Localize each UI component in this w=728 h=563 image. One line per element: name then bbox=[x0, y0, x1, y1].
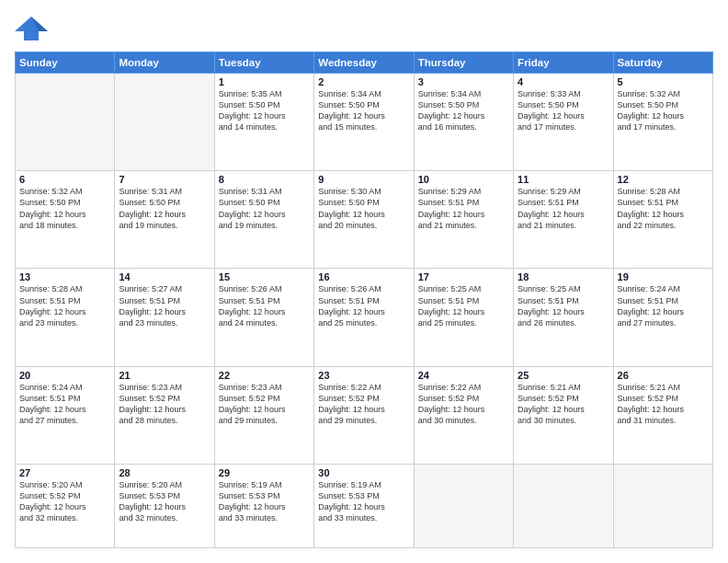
calendar-day-header: Sunday bbox=[16, 52, 115, 74]
day-info: Sunrise: 5:28 AM Sunset: 5:51 PM Dayligh… bbox=[19, 283, 110, 328]
calendar-cell: 29Sunrise: 5:19 AM Sunset: 5:53 PM Dayli… bbox=[214, 464, 313, 547]
calendar-day-header: Monday bbox=[115, 52, 214, 74]
day-info: Sunrise: 5:22 AM Sunset: 5:52 PM Dayligh… bbox=[418, 382, 509, 427]
header bbox=[15, 15, 713, 42]
calendar-cell bbox=[514, 464, 613, 547]
day-number: 30 bbox=[318, 467, 409, 478]
day-number: 23 bbox=[318, 370, 409, 381]
day-number: 4 bbox=[518, 76, 609, 87]
day-info: Sunrise: 5:21 AM Sunset: 5:52 PM Dayligh… bbox=[618, 382, 709, 427]
week-row: 13Sunrise: 5:28 AM Sunset: 5:51 PM Dayli… bbox=[16, 269, 713, 366]
calendar-cell bbox=[115, 74, 214, 171]
day-info: Sunrise: 5:27 AM Sunset: 5:51 PM Dayligh… bbox=[119, 283, 210, 328]
day-number: 13 bbox=[19, 271, 110, 282]
calendar-day-header: Friday bbox=[514, 52, 613, 74]
day-info: Sunrise: 5:23 AM Sunset: 5:52 PM Dayligh… bbox=[119, 382, 210, 427]
day-number: 11 bbox=[518, 174, 609, 185]
calendar-cell: 25Sunrise: 5:21 AM Sunset: 5:52 PM Dayli… bbox=[514, 366, 613, 464]
day-info: Sunrise: 5:34 AM Sunset: 5:50 PM Dayligh… bbox=[318, 88, 409, 133]
day-number: 29 bbox=[219, 467, 310, 478]
day-number: 27 bbox=[19, 467, 110, 478]
calendar-header-row: SundayMondayTuesdayWednesdayThursdayFrid… bbox=[16, 52, 713, 74]
calendar-cell: 30Sunrise: 5:19 AM Sunset: 5:53 PM Dayli… bbox=[314, 464, 414, 547]
day-number: 28 bbox=[119, 467, 210, 478]
day-number: 25 bbox=[518, 370, 609, 381]
day-number: 26 bbox=[618, 370, 709, 381]
calendar-day-header: Wednesday bbox=[314, 52, 414, 74]
day-number: 7 bbox=[119, 174, 210, 185]
day-info: Sunrise: 5:23 AM Sunset: 5:52 PM Dayligh… bbox=[219, 382, 310, 427]
day-number: 24 bbox=[418, 370, 509, 381]
day-number: 6 bbox=[19, 174, 110, 185]
calendar-cell: 8Sunrise: 5:31 AM Sunset: 5:50 PM Daylig… bbox=[214, 171, 313, 269]
calendar-cell: 12Sunrise: 5:28 AM Sunset: 5:51 PM Dayli… bbox=[613, 171, 712, 269]
calendar-cell: 11Sunrise: 5:29 AM Sunset: 5:51 PM Dayli… bbox=[514, 171, 613, 269]
week-row: 27Sunrise: 5:20 AM Sunset: 5:52 PM Dayli… bbox=[16, 464, 713, 547]
day-number: 8 bbox=[219, 174, 310, 185]
day-info: Sunrise: 5:33 AM Sunset: 5:50 PM Dayligh… bbox=[518, 88, 609, 133]
day-number: 3 bbox=[418, 76, 509, 87]
day-info: Sunrise: 5:19 AM Sunset: 5:53 PM Dayligh… bbox=[219, 479, 310, 524]
day-number: 15 bbox=[219, 271, 310, 282]
calendar-cell: 28Sunrise: 5:20 AM Sunset: 5:53 PM Dayli… bbox=[115, 464, 214, 547]
day-number: 21 bbox=[119, 370, 210, 381]
calendar-table: SundayMondayTuesdayWednesdayThursdayFrid… bbox=[15, 52, 713, 548]
day-info: Sunrise: 5:35 AM Sunset: 5:50 PM Dayligh… bbox=[219, 88, 310, 133]
calendar-cell bbox=[613, 464, 712, 547]
day-info: Sunrise: 5:24 AM Sunset: 5:51 PM Dayligh… bbox=[618, 283, 709, 328]
calendar-cell: 15Sunrise: 5:26 AM Sunset: 5:51 PM Dayli… bbox=[214, 269, 313, 366]
week-row: 6Sunrise: 5:32 AM Sunset: 5:50 PM Daylig… bbox=[16, 171, 713, 269]
day-info: Sunrise: 5:29 AM Sunset: 5:51 PM Dayligh… bbox=[518, 186, 609, 231]
day-number: 17 bbox=[418, 271, 509, 282]
day-number: 1 bbox=[219, 76, 310, 87]
day-number: 10 bbox=[418, 174, 509, 185]
week-row: 1Sunrise: 5:35 AM Sunset: 5:50 PM Daylig… bbox=[16, 74, 713, 171]
calendar-cell: 21Sunrise: 5:23 AM Sunset: 5:52 PM Dayli… bbox=[115, 366, 214, 464]
day-number: 19 bbox=[618, 271, 709, 282]
calendar-day-header: Tuesday bbox=[214, 52, 313, 74]
calendar-cell: 14Sunrise: 5:27 AM Sunset: 5:51 PM Dayli… bbox=[115, 269, 214, 366]
calendar-cell: 7Sunrise: 5:31 AM Sunset: 5:50 PM Daylig… bbox=[115, 171, 214, 269]
calendar-cell: 17Sunrise: 5:25 AM Sunset: 5:51 PM Dayli… bbox=[414, 269, 513, 366]
day-info: Sunrise: 5:24 AM Sunset: 5:51 PM Dayligh… bbox=[19, 382, 110, 427]
day-number: 20 bbox=[19, 370, 110, 381]
day-number: 14 bbox=[119, 271, 210, 282]
day-number: 2 bbox=[318, 76, 409, 87]
day-info: Sunrise: 5:20 AM Sunset: 5:53 PM Dayligh… bbox=[119, 479, 210, 524]
calendar-cell: 9Sunrise: 5:30 AM Sunset: 5:50 PM Daylig… bbox=[314, 171, 414, 269]
logo bbox=[15, 15, 51, 42]
calendar-cell: 16Sunrise: 5:26 AM Sunset: 5:51 PM Dayli… bbox=[314, 269, 414, 366]
day-info: Sunrise: 5:28 AM Sunset: 5:51 PM Dayligh… bbox=[618, 186, 709, 231]
day-info: Sunrise: 5:25 AM Sunset: 5:51 PM Dayligh… bbox=[418, 283, 509, 328]
day-number: 12 bbox=[618, 174, 709, 185]
day-info: Sunrise: 5:22 AM Sunset: 5:52 PM Dayligh… bbox=[318, 382, 409, 427]
day-info: Sunrise: 5:21 AM Sunset: 5:52 PM Dayligh… bbox=[518, 382, 609, 427]
calendar-cell: 10Sunrise: 5:29 AM Sunset: 5:51 PM Dayli… bbox=[414, 171, 513, 269]
day-info: Sunrise: 5:31 AM Sunset: 5:50 PM Dayligh… bbox=[219, 186, 310, 231]
calendar-cell: 13Sunrise: 5:28 AM Sunset: 5:51 PM Dayli… bbox=[16, 269, 115, 366]
calendar-cell: 4Sunrise: 5:33 AM Sunset: 5:50 PM Daylig… bbox=[514, 74, 613, 171]
day-number: 5 bbox=[618, 76, 709, 87]
day-info: Sunrise: 5:26 AM Sunset: 5:51 PM Dayligh… bbox=[219, 283, 310, 328]
day-info: Sunrise: 5:31 AM Sunset: 5:50 PM Dayligh… bbox=[119, 186, 210, 231]
day-info: Sunrise: 5:30 AM Sunset: 5:50 PM Dayligh… bbox=[318, 186, 409, 231]
calendar-cell: 5Sunrise: 5:32 AM Sunset: 5:50 PM Daylig… bbox=[613, 74, 712, 171]
calendar-day-header: Thursday bbox=[414, 52, 513, 74]
day-info: Sunrise: 5:32 AM Sunset: 5:50 PM Dayligh… bbox=[618, 88, 709, 133]
calendar-cell: 2Sunrise: 5:34 AM Sunset: 5:50 PM Daylig… bbox=[314, 74, 414, 171]
calendar-cell: 24Sunrise: 5:22 AM Sunset: 5:52 PM Dayli… bbox=[414, 366, 513, 464]
calendar-cell: 6Sunrise: 5:32 AM Sunset: 5:50 PM Daylig… bbox=[16, 171, 115, 269]
day-info: Sunrise: 5:34 AM Sunset: 5:50 PM Dayligh… bbox=[418, 88, 509, 133]
calendar-cell: 18Sunrise: 5:25 AM Sunset: 5:51 PM Dayli… bbox=[514, 269, 613, 366]
logo-icon bbox=[15, 15, 48, 42]
day-info: Sunrise: 5:20 AM Sunset: 5:52 PM Dayligh… bbox=[19, 479, 110, 524]
day-info: Sunrise: 5:19 AM Sunset: 5:53 PM Dayligh… bbox=[318, 479, 409, 524]
calendar-cell bbox=[414, 464, 513, 547]
day-info: Sunrise: 5:32 AM Sunset: 5:50 PM Dayligh… bbox=[19, 186, 110, 231]
calendar-cell: 26Sunrise: 5:21 AM Sunset: 5:52 PM Dayli… bbox=[613, 366, 712, 464]
day-info: Sunrise: 5:26 AM Sunset: 5:51 PM Dayligh… bbox=[318, 283, 409, 328]
calendar-cell: 20Sunrise: 5:24 AM Sunset: 5:51 PM Dayli… bbox=[16, 366, 115, 464]
day-number: 9 bbox=[318, 174, 409, 185]
calendar-cell: 3Sunrise: 5:34 AM Sunset: 5:50 PM Daylig… bbox=[414, 74, 513, 171]
day-number: 16 bbox=[318, 271, 409, 282]
